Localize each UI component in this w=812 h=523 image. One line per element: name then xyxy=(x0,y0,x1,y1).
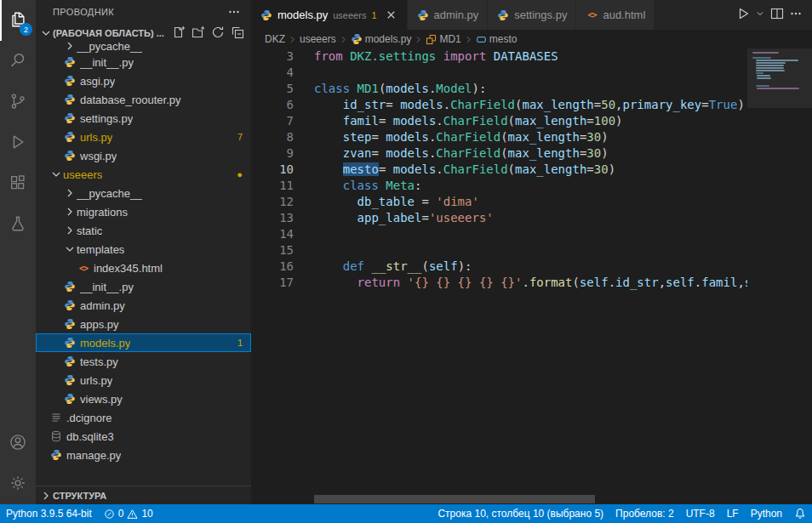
new-folder-button[interactable] xyxy=(190,25,207,42)
tree-item-pycache[interactable]: __pycache__ xyxy=(36,184,251,202)
line-number[interactable]: 15 xyxy=(251,242,294,259)
status-cursor-position[interactable]: Строка 10, столбец 10 (выбрано 5) xyxy=(432,504,609,523)
breadcrumb-mesto[interactable]: mesto xyxy=(476,33,518,45)
minimap[interactable] xyxy=(747,48,812,504)
code-token: models xyxy=(393,114,437,128)
line-number[interactable]: 4 xyxy=(251,65,294,81)
tab-models-py[interactable]: models.pyuseeers1 xyxy=(251,0,408,30)
more-actions-icon xyxy=(789,7,803,23)
refresh-button[interactable] xyxy=(209,25,226,42)
status-notifications[interactable] xyxy=(788,504,812,523)
code-text[interactable]: app_label='useeers' xyxy=(314,210,494,226)
code-token: models xyxy=(393,162,437,176)
activity-testing[interactable] xyxy=(0,204,36,245)
tree-item-useeers[interactable]: useeers● xyxy=(36,165,251,184)
line-number[interactable]: 7 xyxy=(251,113,294,129)
code-text[interactable]: class Meta: xyxy=(314,178,421,194)
line-number[interactable]: 3 xyxy=(251,48,294,65)
line-number[interactable]: 10 xyxy=(251,162,294,178)
more-actions-icon[interactable] xyxy=(227,5,241,19)
line-number[interactable]: 6 xyxy=(251,97,294,113)
tree-item-admin-py[interactable]: admin.py xyxy=(36,296,251,315)
code-token: : xyxy=(415,179,421,192)
more-actions-button[interactable] xyxy=(786,5,805,26)
breadcrumb-models-py[interactable]: models.py xyxy=(351,33,412,45)
tab-admin-py[interactable]: admin.py xyxy=(408,0,489,30)
tree-item-views-py[interactable]: views.py xyxy=(36,389,251,408)
run-button[interactable] xyxy=(734,5,752,26)
tree-item-pycache[interactable]: __pycache__ xyxy=(36,43,251,53)
status-error-count: 0 xyxy=(118,508,124,520)
status-language-mode[interactable]: Python xyxy=(745,504,788,523)
collapse-all-button[interactable] xyxy=(229,25,246,42)
status-eol[interactable]: LF xyxy=(721,504,745,523)
code-text[interactable]: id_str= models.CharField(max_length=50,p… xyxy=(314,97,745,113)
code-text[interactable]: class MD1(models.Model): xyxy=(314,81,486,97)
activity-extensions[interactable] xyxy=(0,163,36,204)
tab-settings-py[interactable]: settings.py xyxy=(488,0,576,30)
tab-aud-html[interactable]: <>aud.html xyxy=(576,0,655,30)
status-indentation[interactable]: Пробелов: 2 xyxy=(609,504,680,523)
activity-settings[interactable] xyxy=(0,463,36,504)
code-token: Model xyxy=(436,82,472,95)
tree-item-models-py[interactable]: models.py1 xyxy=(36,333,251,352)
line-number[interactable]: 11 xyxy=(251,178,294,194)
status-problems[interactable]: 010 xyxy=(98,504,159,523)
tree-item-migrations[interactable]: migrations xyxy=(36,202,251,221)
status-python-interpreter[interactable]: Python 3.9.5 64-bit xyxy=(0,504,98,523)
breadcrumb-useeers[interactable]: useeers xyxy=(300,33,336,45)
close-icon[interactable] xyxy=(384,8,398,22)
code-text[interactable]: return '{} {} {} {} {}'.format(self.id_s… xyxy=(314,275,747,291)
code-token: '{} {} {} {} {}' xyxy=(408,276,523,289)
workspace-section-header[interactable]: (РАБОЧАЯ ОБЛАСТЬ) ... xyxy=(36,24,251,43)
tree-item-static[interactable]: static xyxy=(36,221,251,240)
run-dropdown-button[interactable] xyxy=(752,5,768,26)
tree-item-templates[interactable]: templates xyxy=(36,240,251,259)
code-text[interactable]: from DKZ.settings import DATABASES xyxy=(314,48,558,65)
horizontal-scrollbar[interactable] xyxy=(314,495,595,503)
tree-item-index345-html[interactable]: <>index345.html xyxy=(36,259,251,277)
status-encoding[interactable]: UTF-8 xyxy=(680,504,721,523)
activity-run-debug[interactable] xyxy=(0,122,36,163)
code-text[interactable]: def __str__(self): xyxy=(314,259,472,275)
new-file-button[interactable] xyxy=(170,25,187,42)
code-text[interactable]: step= models.CharField(max_length=30) xyxy=(314,129,609,145)
tree-item-init-py[interactable]: __init__.py xyxy=(36,277,251,296)
outline-section-header[interactable]: СТРУКТУРА xyxy=(36,486,251,504)
line-number[interactable]: 8 xyxy=(251,129,294,145)
tree-item-db-sqlite3[interactable]: db.sqlite3 xyxy=(36,427,251,446)
tree-item-init-py[interactable]: __init__.py xyxy=(36,53,251,71)
line-number[interactable]: 5 xyxy=(251,81,294,97)
tree-item-database-roouter-py[interactable]: database_roouter.py xyxy=(36,90,251,109)
tree-item-wsgi-py[interactable]: wsgi.py xyxy=(36,146,251,165)
activity-explorer[interactable]: 2 xyxy=(0,0,36,41)
activity-source-control[interactable] xyxy=(0,82,36,122)
code-text[interactable]: mesto= models.CharField(max_length=30) xyxy=(314,162,615,178)
tree-item-dcignore[interactable]: .dcignore xyxy=(36,408,251,427)
tree-item-urls-py[interactable]: urls.py xyxy=(36,371,251,389)
breadcrumb-md1[interactable]: MD1 xyxy=(426,33,460,45)
tree-item-apps-py[interactable]: apps.py xyxy=(36,315,251,333)
code-token: ) xyxy=(601,146,608,160)
tree-item-asgi-py[interactable]: asgi.py xyxy=(36,71,251,90)
tree-item-urls-py[interactable]: urls.py7 xyxy=(36,128,251,146)
line-number[interactable]: 13 xyxy=(251,210,294,226)
line-number[interactable]: 9 xyxy=(251,145,294,162)
code-editor[interactable]: 3from DKZ.settings import DATABASES45cla… xyxy=(251,48,812,504)
code-text[interactable]: db_table = 'dima' xyxy=(314,194,479,210)
line-number[interactable]: 17 xyxy=(251,275,294,291)
code-text[interactable]: famil= models.CharField(max_length=100) xyxy=(314,113,623,129)
tree-item-tests-py[interactable]: tests.py xyxy=(36,352,251,371)
line-number[interactable]: 12 xyxy=(251,194,294,210)
code-text[interactable]: zvan= models.CharField(max_length=30) xyxy=(314,145,609,162)
activity-account[interactable] xyxy=(0,423,36,463)
line-number[interactable]: 16 xyxy=(251,259,294,275)
tree-item-settings-py[interactable]: settings.py xyxy=(36,109,251,128)
minimap-slider[interactable] xyxy=(747,48,812,108)
code-token: . xyxy=(695,276,701,289)
tree-item-manage-py[interactable]: manage.py xyxy=(36,446,251,464)
activity-search[interactable] xyxy=(0,41,36,82)
line-number[interactable]: 14 xyxy=(251,226,294,242)
breadcrumb-dkz[interactable]: DKZ xyxy=(265,33,285,45)
split-editor-button[interactable] xyxy=(768,5,786,26)
